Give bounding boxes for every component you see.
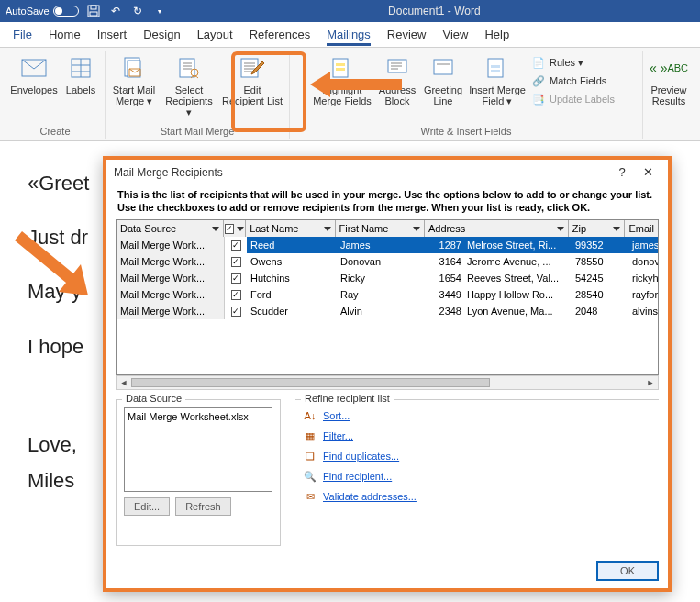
tab-home[interactable]: Home	[49, 28, 81, 45]
cell-data-source: Mail Merge Work...	[117, 303, 225, 319]
group-wif-label: Write & Insert Fields	[421, 124, 512, 139]
group-create-label: Create	[39, 124, 70, 139]
edit-source-button[interactable]: Edit...	[124, 497, 170, 516]
svg-rect-1	[91, 6, 96, 9]
start-mail-merge-button[interactable]: Start Mail Merge ▾	[109, 51, 159, 124]
envelopes-button[interactable]: Envelopes	[9, 51, 59, 124]
col-address[interactable]: Address	[425, 220, 569, 237]
filter-link[interactable]: ▦ Filter...	[303, 426, 651, 446]
checkbox-icon: ✓	[231, 273, 241, 284]
address-block-label: Address Block	[379, 84, 416, 106]
svg-rect-2	[90, 12, 97, 16]
cell-email: jamesre	[628, 237, 658, 253]
match-fields-label: Match Fields	[550, 75, 606, 86]
preview-label: Preview Results	[650, 84, 686, 106]
greeting-label: Greeting Line	[424, 84, 462, 106]
close-button[interactable]: ✕	[635, 165, 661, 179]
cell-checkbox[interactable]: ✓	[225, 303, 247, 319]
col-email[interactable]: Email	[625, 220, 658, 237]
cell-zip: 54245	[572, 270, 628, 286]
svg-rect-31	[491, 70, 500, 72]
table-row[interactable]: Mail Merge Work...✓FordRay3449Happy Holl…	[117, 286, 658, 303]
scroll-right-icon[interactable]: ►	[643, 378, 658, 387]
save-icon[interactable]	[86, 4, 101, 18]
svg-rect-27	[434, 60, 452, 74]
cell-data-source: Mail Merge Work...	[117, 237, 225, 253]
cell-checkbox[interactable]: ✓	[225, 286, 247, 303]
scroll-left-icon[interactable]: ◄	[117, 378, 131, 387]
table-row[interactable]: Mail Merge Work...✓ReedJames1287Melrose …	[117, 237, 658, 253]
refine-fieldset: A↓ Sort... ▦ Filter... ❏ Find duplicates…	[295, 399, 659, 546]
ribbon-tabs: File Home Insert Design Layout Reference…	[0, 22, 700, 48]
svg-rect-10	[180, 59, 194, 77]
group-start-mail-merge: Start Mail Merge ▾ Select Recipients ▾ E…	[106, 51, 290, 139]
cell-checkbox[interactable]: ✓	[225, 253, 247, 270]
dropdown-icon	[613, 227, 620, 231]
update-labels-icon: 📑	[531, 92, 546, 106]
cell-data-source: Mail Merge Work...	[117, 270, 225, 286]
update-labels-button[interactable]: 📑 Update Labels	[529, 90, 621, 108]
insert-merge-field-button[interactable]: Insert Merge Field ▾	[467, 51, 528, 124]
tab-design[interactable]: Design	[143, 28, 180, 45]
tab-insert[interactable]: Insert	[97, 28, 128, 45]
cell-checkbox[interactable]: ✓	[225, 270, 247, 286]
table-row[interactable]: Mail Merge Work...✓OwensDonovan3164Jerom…	[117, 253, 658, 270]
undo-icon[interactable]: ↶	[108, 4, 123, 18]
sort-icon: A↓	[303, 408, 317, 423]
redo-icon[interactable]: ↻	[130, 4, 145, 18]
rules-button[interactable]: 📄 Rules ▾	[529, 53, 621, 72]
tab-references[interactable]: References	[250, 28, 310, 45]
qat-dropdown-icon[interactable]: ▾	[152, 4, 167, 18]
autosave-toggle[interactable]: AutoSave	[6, 6, 79, 17]
col-last-name[interactable]: Last Name	[246, 220, 335, 237]
cell-email: donovar	[628, 253, 658, 270]
find-icon: 🔍	[303, 469, 317, 484]
cell-checkbox[interactable]: ✓	[225, 237, 247, 253]
grid-empty-area	[117, 319, 658, 374]
cell-data-source: Mail Merge Work...	[117, 286, 225, 303]
col-data-source[interactable]: Data Source	[117, 220, 224, 237]
refresh-button[interactable]: Refresh	[175, 497, 231, 516]
start-merge-icon	[119, 53, 149, 83]
checkbox-icon: ✓	[231, 257, 241, 267]
tab-layout[interactable]: Layout	[197, 28, 233, 45]
edit-recipient-list-button[interactable]: Edit Recipient List	[219, 51, 285, 124]
tab-file[interactable]: File	[13, 28, 32, 45]
cell-first-name: Ray	[337, 286, 427, 303]
checkbox-icon: ✓	[225, 224, 234, 234]
labels-icon	[66, 53, 95, 83]
address-block-button[interactable]: Address Block	[375, 51, 419, 124]
col-first-name[interactable]: First Name	[336, 220, 425, 237]
data-source-fieldset: Mail Merge Worksheet.xlsx Edit... Refres…	[116, 399, 281, 546]
dropdown-icon	[557, 227, 564, 231]
greeting-line-button[interactable]: Greeting Line	[421, 51, 465, 124]
recipients-grid: Data Source ✓ Last Name First Name Addre…	[116, 219, 659, 375]
preview-results-button[interactable]: « »ABC Preview Results	[647, 51, 691, 135]
data-source-list[interactable]: Mail Merge Worksheet.xlsx	[124, 407, 272, 492]
validate-addresses-link[interactable]: ✉ Validate addresses...	[303, 486, 651, 507]
tab-mailings[interactable]: Mailings	[327, 28, 371, 46]
cell-last-name: Reed	[247, 237, 337, 253]
tab-view[interactable]: View	[442, 28, 468, 45]
help-button[interactable]: ?	[609, 165, 635, 179]
labels-button[interactable]: Labels	[61, 51, 101, 124]
grid-horizontal-scrollbar[interactable]: ◄ ►	[116, 375, 659, 390]
find-recipient-link[interactable]: 🔍 Find recipient...	[303, 466, 651, 486]
select-recipients-button[interactable]: Select Recipients ▾	[161, 51, 217, 124]
find-duplicates-link[interactable]: ❏ Find duplicates...	[303, 446, 651, 466]
title-bar: AutoSave ↶ ↻ ▾ Document1 - Word	[0, 0, 700, 22]
highlight-merge-fields-button[interactable]: Highlight Merge Fields	[311, 51, 373, 124]
col-zip[interactable]: Zip	[569, 220, 626, 237]
match-fields-button[interactable]: 🔗 Match Fields	[529, 72, 621, 90]
scroll-thumb[interactable]	[131, 378, 490, 387]
ok-button[interactable]: OK	[596, 561, 659, 581]
data-source-file[interactable]: Mail Merge Worksheet.xlsx	[128, 411, 269, 422]
tab-help[interactable]: Help	[484, 28, 509, 45]
sort-link[interactable]: A↓ Sort...	[303, 406, 651, 426]
cell-address: 1654Reeves Street, Val...	[427, 270, 572, 286]
tab-review[interactable]: Review	[387, 28, 427, 45]
table-row[interactable]: Mail Merge Work...✓HutchinsRicky1654Reev…	[117, 270, 658, 286]
table-row[interactable]: Mail Merge Work...✓ScudderAlvin2348Lyon …	[117, 303, 658, 319]
col-checkbox[interactable]: ✓	[224, 220, 246, 237]
rules-icon: 📄	[531, 55, 546, 70]
